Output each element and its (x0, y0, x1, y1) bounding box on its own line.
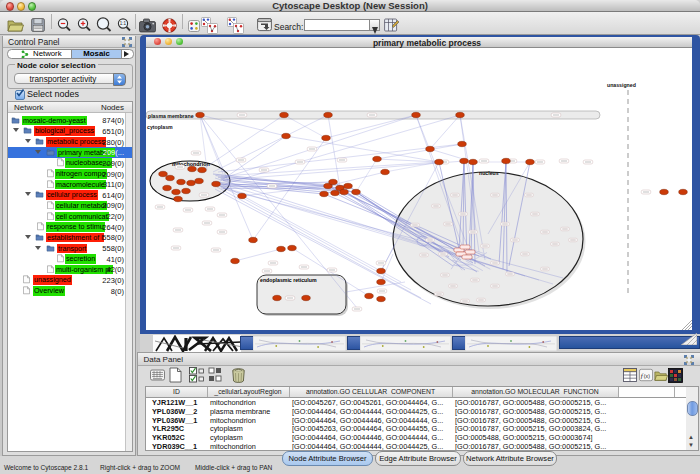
svg-text:endoplasmic reticulum: endoplasmic reticulum (260, 277, 317, 283)
svg-text:(x): (x) (644, 373, 650, 379)
svg-text:nucleus: nucleus (479, 170, 499, 176)
svg-text:1:1: 1:1 (120, 21, 127, 26)
svg-text:unassigned: unassigned (607, 82, 636, 88)
svg-text:cytoplasm: cytoplasm (147, 124, 173, 130)
svg-text:plasma membrane: plasma membrane (148, 113, 194, 119)
